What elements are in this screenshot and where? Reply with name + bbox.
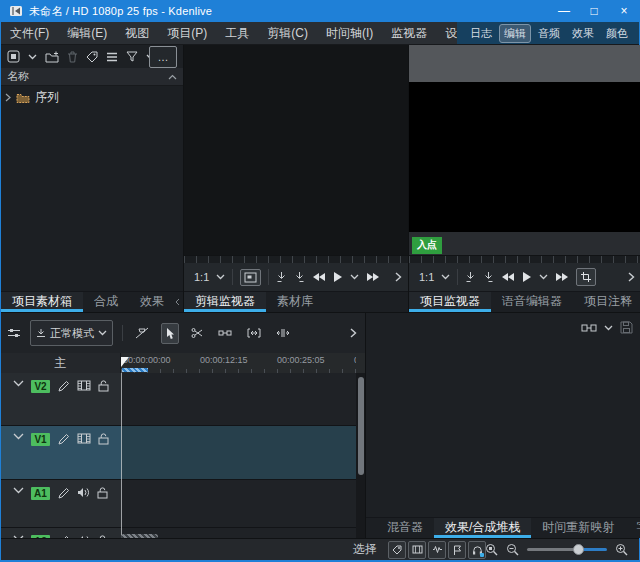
close-button[interactable]: × <box>609 0 639 22</box>
set-in-point-icon[interactable] <box>465 271 476 283</box>
chevron-down-icon[interactable] <box>539 274 548 280</box>
compare-effect-icon[interactable] <box>581 323 597 333</box>
rewind-icon[interactable] <box>312 272 326 282</box>
workspace-logging[interactable]: 日志 <box>465 24 497 43</box>
tab-library[interactable]: 素材库 <box>266 292 324 312</box>
track-badge[interactable]: V1 <box>31 433 50 446</box>
tab-time-remap[interactable]: 时间重新映射 <box>531 518 625 538</box>
toolbar-overflow-icon[interactable] <box>350 328 365 338</box>
zone-mode-button[interactable] <box>576 268 596 286</box>
clip-monitor-zoom-level[interactable]: 1:1 <box>188 271 209 283</box>
fast-forward-icon[interactable] <box>366 272 380 282</box>
markers-toggle[interactable] <box>448 541 466 559</box>
tab-speech-editor[interactable]: 语音编辑器 <box>491 292 573 312</box>
track-badge[interactable]: V2 <box>31 380 50 393</box>
project-monitor-ruler[interactable] <box>409 255 640 263</box>
track-lane-v2[interactable] <box>121 373 357 425</box>
lock-icon[interactable] <box>98 433 109 445</box>
spacer-tool-icon[interactable] <box>215 325 235 341</box>
play-icon[interactable] <box>522 271 532 283</box>
menu-project[interactable]: 项目(P) <box>158 22 216 44</box>
workspace-audio[interactable]: 音频 <box>533 24 565 43</box>
timeline-zoom-slider[interactable] <box>527 544 607 556</box>
menu-view[interactable]: 视图 <box>116 22 158 44</box>
select-tool-button[interactable] <box>161 323 179 344</box>
bin-more-button[interactable]: … <box>149 46 177 68</box>
tab-subtitles[interactable]: 字幕 <box>625 518 640 538</box>
chevron-down-icon[interactable] <box>13 433 24 440</box>
workspace-editing[interactable]: 编辑 <box>499 24 531 43</box>
bin-item-sequences[interactable]: 序列 <box>1 86 183 109</box>
toolbar-overflow-icon[interactable] <box>628 272 637 282</box>
sort-ascending-icon[interactable] <box>168 74 177 80</box>
razor-tool-icon[interactable] <box>188 324 206 342</box>
lock-icon[interactable] <box>98 380 109 392</box>
project-monitor-video[interactable] <box>409 82 640 232</box>
zoom-out-icon[interactable] <box>506 543 519 556</box>
chevron-down-icon[interactable] <box>350 274 359 280</box>
tag-thumbnails-toggle[interactable] <box>388 541 406 559</box>
track-lane-v1[interactable] <box>121 426 357 479</box>
timeline-zone-bar[interactable] <box>122 368 148 372</box>
tab-scroll-left-icon[interactable] <box>175 298 180 306</box>
zoom-slider-handle[interactable] <box>573 544 584 555</box>
edit-track-icon[interactable] <box>57 487 70 500</box>
video-track-icon[interactable] <box>77 380 91 391</box>
tab-project-notes[interactable]: 项目注释 <box>573 292 640 312</box>
toolbar-overflow-icon[interactable] <box>395 272 404 282</box>
menu-file[interactable]: 文件(F) <box>1 22 58 44</box>
zoom-in-icon[interactable] <box>615 543 628 556</box>
create-folder-icon[interactable] <box>45 51 59 63</box>
audio-track-icon[interactable] <box>77 487 90 498</box>
project-monitor-zoom-level[interactable]: 1:1 <box>413 271 434 283</box>
menu-clip[interactable]: 剪辑(C) <box>258 22 317 44</box>
chevron-down-icon[interactable] <box>604 325 613 331</box>
edit-mode-select[interactable]: 正常模式 <box>30 320 113 346</box>
chevron-down-icon[interactable] <box>13 487 24 494</box>
tab-effects[interactable]: 效果 <box>129 292 175 312</box>
track-header-v1[interactable]: V1 <box>1 426 121 479</box>
menu-tools[interactable]: 工具 <box>216 22 258 44</box>
workspace-effects[interactable]: 效果 <box>567 24 599 43</box>
playhead-marker[interactable] <box>121 357 130 368</box>
track-options-icon[interactable] <box>7 327 21 339</box>
scrollbar-thumb[interactable] <box>358 377 364 475</box>
filter-icon[interactable] <box>126 51 138 62</box>
track-header-v2[interactable]: V2 <box>1 373 121 425</box>
set-in-point-icon[interactable] <box>276 271 287 283</box>
track-header-a1[interactable]: A1 <box>1 480 121 527</box>
expand-arrow-icon[interactable] <box>5 93 11 102</box>
chevron-down-icon[interactable] <box>28 54 37 60</box>
timeline-master-button[interactable]: 主 <box>1 353 121 373</box>
rewind-icon[interactable] <box>501 272 515 282</box>
track-lane-a1[interactable] <box>121 480 357 527</box>
maximize-button[interactable]: □ <box>579 0 609 22</box>
workspace-color[interactable]: 颜色 <box>601 24 633 43</box>
tab-compositions[interactable]: 合成 <box>83 292 129 312</box>
video-track-icon[interactable] <box>77 433 91 444</box>
menu-monitor[interactable]: 监视器 <box>382 22 436 44</box>
titlebar[interactable]: 未命名 / HD 1080p 25 fps - Kdenlive — □ × <box>1 0 639 22</box>
tab-project-bin[interactable]: 项目素材箱 <box>1 292 83 312</box>
tab-project-monitor[interactable]: 项目监视器 <box>409 292 491 312</box>
minimize-button[interactable]: — <box>549 0 579 22</box>
menu-edit[interactable]: 编辑(E) <box>58 22 116 44</box>
list-view-icon[interactable] <box>106 52 118 62</box>
mix-tool-icon[interactable] <box>132 324 152 342</box>
chevron-down-icon[interactable] <box>441 274 450 280</box>
ripple-tool-icon[interactable] <box>273 325 293 341</box>
menu-timeline[interactable]: 时间轴(I) <box>317 22 382 44</box>
track-badge[interactable]: A1 <box>31 487 50 500</box>
bin-name-header[interactable]: 名称 <box>1 68 183 86</box>
tab-mixer[interactable]: 混音器 <box>376 518 434 538</box>
fast-forward-icon[interactable] <box>555 272 569 282</box>
timeline-vertical-scrollbar[interactable] <box>356 373 365 540</box>
tab-effect-stack[interactable]: 效果/合成堆栈 <box>434 518 531 538</box>
edit-track-icon[interactable] <box>57 380 70 393</box>
tab-clip-monitor[interactable]: 剪辑监视器 <box>184 292 266 312</box>
tag-icon[interactable] <box>86 51 98 63</box>
zoom-fit-icon[interactable] <box>485 543 498 556</box>
edit-track-icon[interactable] <box>57 433 70 446</box>
monitor-overlay-button[interactable] <box>240 269 261 286</box>
audio-monitor-toggle[interactable] <box>468 541 486 559</box>
